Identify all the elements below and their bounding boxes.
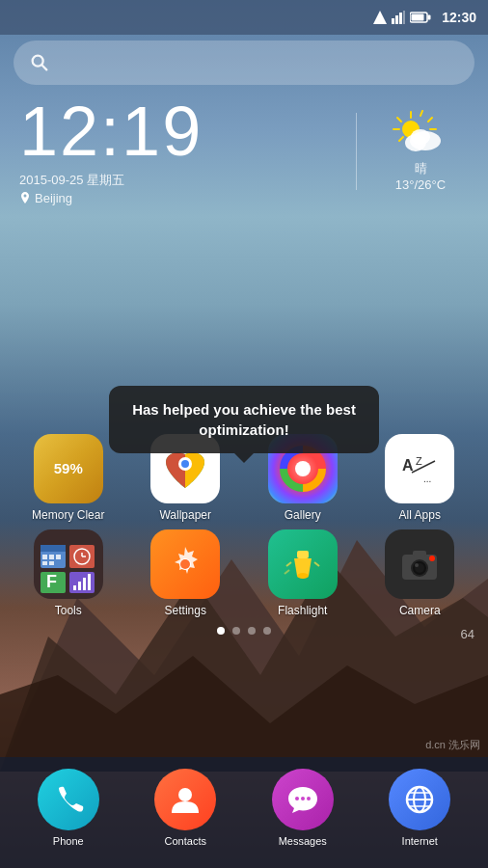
page-indicators: 64 <box>10 627 478 635</box>
phone-dock-icon <box>38 769 99 830</box>
status-time: 12:30 <box>442 10 476 25</box>
settings-label: Settings <box>165 604 206 617</box>
svg-point-51 <box>180 559 190 569</box>
svg-rect-4 <box>392 18 394 24</box>
search-bar[interactable] <box>14 41 474 85</box>
app-tools[interactable]: F Tools <box>15 529 122 617</box>
app-grid: 59% Memory Clear Wallpaper <box>0 434 488 644</box>
weather-icon <box>392 110 449 156</box>
weather-temperature: 13°/26°C <box>395 177 446 192</box>
app-count: 64 <box>461 627 474 641</box>
svg-rect-52 <box>297 551 309 558</box>
clock-date: 2015-09-25 星期五 <box>19 172 340 189</box>
clock-time: 12:19 <box>19 96 340 166</box>
weather-description: 晴 <box>415 160 427 177</box>
svg-rect-37 <box>42 561 47 565</box>
svg-line-54 <box>286 562 291 566</box>
svg-line-55 <box>314 562 319 566</box>
all-apps-label: All Apps <box>399 508 441 522</box>
camera-icon <box>385 529 454 599</box>
app-flashlight[interactable]: Flashlight <box>250 529 356 617</box>
svg-rect-34 <box>42 555 47 559</box>
svg-line-19 <box>399 137 403 141</box>
memory-clear-icon: 59% <box>34 434 103 503</box>
battery-icon <box>410 12 431 23</box>
signal-icon <box>373 11 387 24</box>
svg-point-53 <box>297 573 309 579</box>
svg-line-12 <box>41 65 46 69</box>
app-row-2: F Tools Settings <box>10 529 478 617</box>
svg-text:F: F <box>46 572 57 591</box>
svg-rect-45 <box>69 572 95 593</box>
svg-line-15 <box>428 118 432 122</box>
svg-rect-5 <box>395 15 398 24</box>
tools-icon: F <box>34 529 103 599</box>
svg-rect-38 <box>49 561 54 565</box>
svg-rect-7 <box>403 11 405 24</box>
settings-logo <box>164 543 206 585</box>
svg-rect-10 <box>428 15 431 20</box>
svg-point-23 <box>411 129 430 145</box>
page-dot-4[interactable] <box>263 627 271 635</box>
page-dot-3[interactable] <box>248 627 256 635</box>
svg-rect-9 <box>412 14 424 21</box>
svg-rect-48 <box>83 578 86 590</box>
svg-rect-35 <box>49 555 54 559</box>
svg-line-56 <box>285 570 289 574</box>
internet-dock-icon <box>389 769 450 830</box>
dock-messages[interactable]: Messages <box>272 769 334 847</box>
svg-rect-33 <box>41 545 66 552</box>
svg-rect-62 <box>413 551 426 556</box>
all-apps-icon: A Z ... <box>385 434 454 503</box>
optimization-tooltip: Has helped you achieve the best optimiza… <box>109 386 379 453</box>
messages-dock-icon <box>272 769 334 830</box>
svg-point-67 <box>307 797 311 800</box>
dock-phone[interactable]: Phone <box>38 769 99 847</box>
flashlight-label: Flashlight <box>278 604 327 617</box>
dock-phone-label: Phone <box>53 835 84 847</box>
contacts-icon <box>168 782 203 817</box>
flashlight-logo <box>282 543 324 585</box>
svg-marker-3 <box>373 11 387 24</box>
phone-icon <box>51 782 86 817</box>
location-pin-icon <box>19 192 31 205</box>
svg-rect-36 <box>56 555 61 559</box>
dock-messages-label: Messages <box>279 835 327 847</box>
app-memory-clear[interactable]: 59% Memory Clear <box>15 434 122 522</box>
svg-line-17 <box>397 118 401 122</box>
svg-line-14 <box>420 111 422 116</box>
tools-label: Tools <box>55 604 82 617</box>
svg-rect-6 <box>399 13 402 24</box>
svg-point-27 <box>295 461 311 476</box>
settings-icon <box>150 529 220 599</box>
dock-internet[interactable]: Internet <box>389 769 450 847</box>
search-icon <box>29 52 50 73</box>
svg-point-61 <box>415 563 419 567</box>
camera-logo <box>396 541 443 587</box>
svg-text:Z: Z <box>416 455 422 467</box>
app-all-apps[interactable]: A Z ... All Apps <box>366 434 473 522</box>
page-dot-1[interactable] <box>217 627 225 635</box>
svg-point-63 <box>429 556 435 561</box>
svg-point-65 <box>295 797 299 800</box>
camera-label: Camera <box>399 604 441 617</box>
lte-icon <box>392 11 405 24</box>
tools-logo: F <box>39 537 96 595</box>
svg-text:A: A <box>402 457 414 474</box>
app-settings[interactable]: Settings <box>132 529 238 617</box>
internet-icon <box>402 782 437 817</box>
clock-widget: 12:19 2015-09-25 星期五 Beijing <box>19 96 469 205</box>
svg-rect-49 <box>88 574 91 590</box>
svg-point-64 <box>178 788 192 801</box>
weather-widget: 晴 13°/26°C <box>372 110 469 192</box>
contacts-dock-icon <box>154 769 216 830</box>
dock-contacts[interactable]: Contacts <box>154 769 216 847</box>
flashlight-icon <box>268 529 338 599</box>
app-camera[interactable]: Camera <box>366 529 473 617</box>
memory-percent: 59% <box>54 461 83 477</box>
page-dot-2[interactable] <box>232 627 240 635</box>
memory-clear-label: Memory Clear <box>32 508 104 522</box>
svg-rect-46 <box>73 585 76 590</box>
svg-text:...: ... <box>423 474 431 484</box>
svg-point-25 <box>181 460 189 468</box>
